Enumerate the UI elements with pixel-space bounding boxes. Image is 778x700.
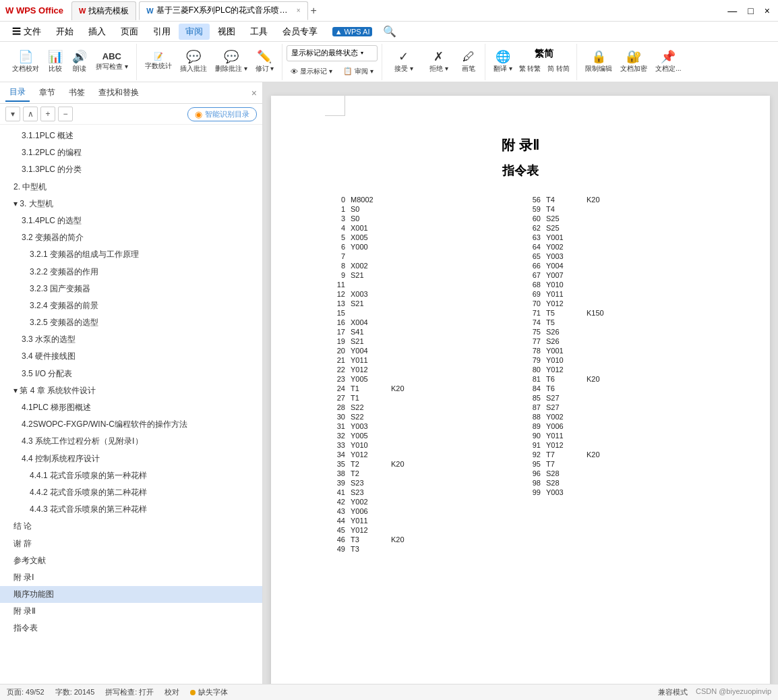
toc-item[interactable]: 3.3 水泵的选型	[0, 331, 262, 348]
toc-item[interactable]: 3.1.3PLC 的分类	[0, 161, 262, 178]
toolbar-restrict[interactable]: 🔒 限制编辑	[581, 47, 616, 78]
page-fold-corner	[325, 96, 345, 116]
toolbar-encrypt[interactable]: 🔐 文档加密	[616, 47, 651, 78]
instr-code: Y011	[546, 432, 587, 440]
toolbar-to-simp[interactable]: 简 转简	[545, 61, 572, 76]
toc-item[interactable]: 附 录Ⅱ	[0, 603, 262, 620]
toolbar-read[interactable]: 🔊 朗读	[67, 47, 92, 78]
toolbar-insertcomment[interactable]: 💬 插入批注	[176, 47, 211, 78]
menu-member[interactable]: 会员专享	[276, 24, 324, 40]
instr-code: T5	[546, 318, 587, 326]
instr-row: 24 T1 K20	[325, 384, 520, 393]
toc-item[interactable]: 4.4 控制系统程序设计	[0, 450, 262, 467]
instr-row: 30 S22	[325, 412, 520, 421]
toc-item[interactable]: 附 录Ⅰ	[0, 569, 262, 586]
tab-add-button[interactable]: +	[311, 5, 317, 17]
toolbar-deletecomment[interactable]: 💬 删除批注 ▾	[211, 47, 251, 78]
tab-label-2: 基于三菱FX系列PLC的花式音乐喷泉的设计	[156, 5, 291, 16]
instr-code: Y012	[351, 366, 391, 374]
tab-icon-2: W	[146, 7, 153, 15]
instr-num: 5	[325, 233, 345, 241]
status-proofread[interactable]: 校对	[164, 687, 179, 697]
toc-item[interactable]: ▾ 第 4 章 系统软件设计	[0, 382, 262, 399]
toolbar-spellcheck[interactable]: ABC 拼写检查 ▾	[92, 47, 132, 78]
toc-item[interactable]: 3.1.4PLC 的选型	[0, 212, 262, 229]
sidebar-tab-findreplace[interactable]: 查找和替换	[94, 84, 143, 101]
menu-tools[interactable]: 工具	[243, 24, 274, 40]
toc-item[interactable]: 3.1.1PLC 概述	[0, 127, 262, 144]
toc-item[interactable]: 4.4.3 花式音乐喷泉的第三种花样	[0, 501, 262, 518]
sidebar-tab-toc[interactable]: 目录	[5, 84, 30, 102]
menu-file[interactable]: ☰ 文件	[5, 24, 48, 40]
toc-item[interactable]: 3.2.2 变频器的作用	[0, 264, 262, 281]
toc-add[interactable]: +	[40, 107, 55, 121]
toc-item[interactable]: 3.2.4 变频器的前景	[0, 297, 262, 314]
instr-row: 98 S28	[520, 478, 716, 488]
toolbar-reject[interactable]: ✗ 拒绝 ▾	[421, 47, 456, 78]
menu-reference[interactable]: 引用	[146, 24, 177, 40]
toc-item[interactable]: 参考文献	[0, 552, 262, 569]
instr-code: Y002	[546, 413, 587, 421]
toc-item[interactable]: 3.2.1 变频器的组成与工作原理	[0, 246, 262, 263]
toolbar-showmark[interactable]: 👁 显示标记 ▾	[287, 64, 336, 79]
toc-item[interactable]: 2. 中型机	[0, 179, 262, 196]
toc-item[interactable]: 3.4 硬件接线图	[0, 348, 262, 365]
toc-item[interactable]: 指令表	[0, 620, 262, 637]
search-button[interactable]: 🔍	[383, 25, 396, 38]
toolbar-track[interactable]: ✏️ 修订 ▾	[251, 47, 278, 78]
toc-item[interactable]: 3.2 变频器的简介	[0, 229, 262, 246]
toolbar-brush[interactable]: 🖊 画笔	[456, 47, 481, 78]
instr-row: 49 T3	[325, 544, 520, 554]
toolbar-accept[interactable]: ✓ 接受 ▾	[386, 47, 421, 78]
minimize-button[interactable]: —	[727, 5, 737, 16]
tab-document[interactable]: W 基于三菱FX系列PLC的花式音乐喷泉的设计 ×	[139, 1, 307, 20]
toolbar-reviewpane[interactable]: 📋 审阅 ▾	[339, 64, 378, 79]
instruction-table: 0 M8002 1 S0 3 S0 4 X001 5 X005 6	[325, 195, 716, 554]
toolbar-docmark[interactable]: 📌 文档定...	[651, 47, 685, 78]
toc-nav-up[interactable]: ∧	[23, 107, 38, 121]
tab-close[interactable]: ×	[297, 7, 301, 14]
sidebar-close-button[interactable]: ×	[251, 88, 257, 98]
toc-item[interactable]: 3.2.3 国产变频器	[0, 281, 262, 297]
document-area[interactable]: 附 录Ⅱ 指令表 0 M8002 1 S0 3 S0 4 X001 5	[263, 82, 778, 684]
toc-item[interactable]: 谢 辞	[0, 535, 262, 552]
sidebar-tab-bookmark[interactable]: 书签	[65, 84, 89, 101]
toc-item[interactable]: 顺序功能图	[0, 586, 262, 603]
toc-item[interactable]: 3.1.2PLC 的编程	[0, 144, 262, 161]
menu-view[interactable]: 视图	[211, 24, 242, 40]
ai-toc-button[interactable]: ◉ 智能识别目录	[187, 107, 257, 121]
toc-nav-down[interactable]: ▾	[5, 107, 20, 121]
toc-item[interactable]: 3.2.5 变频器的选型	[0, 314, 262, 331]
toc-remove[interactable]: −	[58, 107, 73, 121]
instr-row: 17 S41	[325, 327, 520, 337]
tab-findtemplate[interactable]: W 找稿壳模板	[71, 1, 136, 20]
toc-item[interactable]: 4.2SWOPC-FXGP/WIN-C编程软件的操作方法	[0, 416, 262, 433]
status-spell[interactable]: 拼写检查: 打开	[105, 687, 154, 697]
toc-item[interactable]: 结 论	[0, 518, 262, 535]
toc-item[interactable]: 3.5 I/O 分配表	[0, 366, 262, 382]
menu-review[interactable]: 审阅	[179, 24, 210, 40]
maximize-button[interactable]: □	[748, 5, 753, 16]
toc-item[interactable]: 4.1PLC 梯形图概述	[0, 399, 262, 416]
toolbar-translate[interactable]: 🌐 翻译 ▾	[489, 47, 516, 78]
instr-code: S28	[546, 469, 587, 477]
toolbar-doccorrect[interactable]: 📄 文档校对	[8, 47, 43, 78]
toc-item[interactable]: 4.4.2 花式音乐喷泉的第二种花样	[0, 484, 262, 501]
toc-item[interactable]: 4.4.1 花式音乐喷泉的第一种花样	[0, 467, 262, 484]
toolbar-compare[interactable]: 📊 比较	[43, 47, 67, 78]
toc-item[interactable]: 4.3 系统工作过程分析（见附录Ⅰ）	[0, 433, 262, 450]
menu-wpsai[interactable]: ▲ WPS AI	[326, 25, 380, 38]
toolbar-wordcount[interactable]: 📝 字数统计	[141, 47, 176, 78]
menu-page[interactable]: 页面	[114, 24, 145, 40]
toolbar-to-trad[interactable]: 繁 转繁	[516, 61, 544, 76]
instr-num: 6	[325, 243, 345, 251]
status-font: 缺失字体	[198, 687, 228, 697]
close-button[interactable]: ×	[765, 5, 770, 16]
instr-row: 19 S21	[325, 337, 520, 346]
sidebar-tab-chapter[interactable]: 章节	[35, 84, 59, 101]
dropdown-arrow: ▾	[361, 50, 363, 56]
menu-start[interactable]: 开始	[49, 24, 80, 40]
toc-item[interactable]: ▾ 3. 大型机	[0, 196, 262, 212]
display-dropdown[interactable]: 显示标记的最终状态 ▾	[287, 45, 378, 61]
menu-insert[interactable]: 插入	[82, 24, 113, 40]
